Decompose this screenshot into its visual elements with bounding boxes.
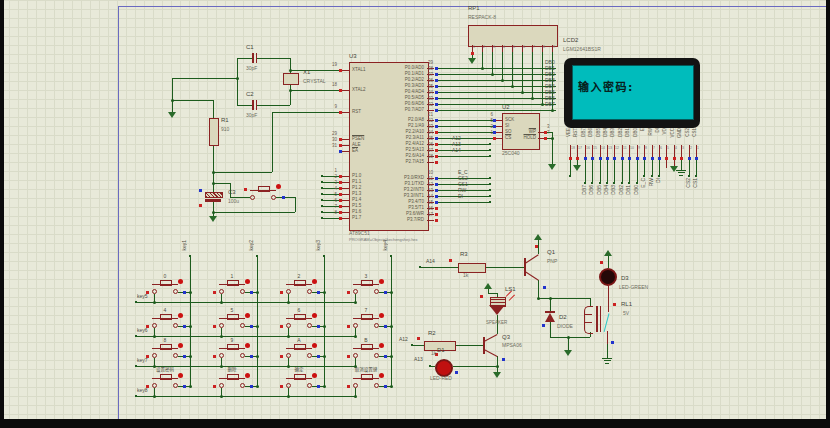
u3-part: AT89C51 bbox=[349, 231, 370, 236]
lcd-pin-name-DB3: DB3 bbox=[611, 128, 616, 137]
wire bbox=[512, 52, 513, 86]
keypad-button-确定[interactable] bbox=[280, 367, 322, 391]
respack-rp1[interactable] bbox=[468, 20, 558, 48]
junction-dot bbox=[220, 301, 223, 304]
wire-end bbox=[489, 143, 492, 146]
u2-pin-number: 2 bbox=[484, 125, 493, 130]
wire bbox=[438, 98, 556, 99]
u3-pin-number: 34 bbox=[428, 91, 433, 96]
u3-pin-stub bbox=[342, 151, 349, 152]
transistor-q1[interactable] bbox=[520, 250, 545, 282]
pin-state-red bbox=[480, 295, 483, 298]
keypad-button-6[interactable] bbox=[280, 307, 322, 331]
led-d1[interactable] bbox=[432, 355, 454, 377]
junction-dot bbox=[212, 182, 215, 185]
wire-end bbox=[651, 175, 654, 178]
junction-dot bbox=[551, 109, 554, 112]
u3-pin-number: 31 bbox=[324, 144, 337, 149]
keypad-button-设置密码[interactable] bbox=[146, 367, 188, 391]
pin-state-red bbox=[339, 199, 342, 202]
keypad-button-A[interactable] bbox=[280, 337, 322, 361]
u3-pin-number: 17 bbox=[428, 213, 433, 218]
u3-pin-number: 29 bbox=[324, 132, 337, 137]
keypad-button-删除[interactable] bbox=[213, 367, 255, 391]
net-label-key1: key1 bbox=[182, 240, 187, 251]
u3-pin-number: 6 bbox=[324, 199, 337, 204]
pin-state-blue bbox=[339, 150, 342, 153]
keypad-button-2[interactable] bbox=[280, 273, 322, 297]
u3-pin-stub bbox=[342, 188, 349, 189]
wire bbox=[438, 86, 556, 87]
wire-end bbox=[390, 255, 393, 258]
lcd-pin-number: 7 bbox=[653, 147, 655, 151]
keypad-button-4[interactable] bbox=[146, 307, 188, 331]
wire bbox=[136, 302, 355, 303]
wire bbox=[172, 78, 173, 112]
resistor-r3[interactable] bbox=[455, 258, 487, 272]
keypad-button-9[interactable] bbox=[213, 337, 255, 361]
net-label-lcd-DB0: DB0 bbox=[634, 185, 639, 195]
pin-state-blue bbox=[435, 103, 438, 106]
u3-pin-number: 23 bbox=[428, 125, 433, 130]
keypad-button-3[interactable] bbox=[347, 273, 389, 297]
keypad-button-7[interactable] bbox=[347, 307, 389, 331]
wire bbox=[322, 218, 339, 219]
reset-button[interactable] bbox=[245, 182, 290, 204]
wire bbox=[257, 256, 258, 386]
ls1-part: SPEAKER bbox=[486, 321, 507, 326]
net-label-lcd-DB7: DB7 bbox=[582, 185, 587, 195]
led-d3[interactable] bbox=[595, 264, 617, 286]
mcu-u3[interactable] bbox=[349, 62, 427, 229]
u3-pin-number: 28 bbox=[428, 155, 433, 160]
junction-dot bbox=[189, 355, 192, 358]
d3-part: LED-GREEN bbox=[619, 285, 648, 290]
wire bbox=[585, 160, 586, 183]
u3-pin-number: 1 bbox=[324, 169, 337, 174]
pin-state-red bbox=[339, 111, 342, 114]
speaker-ls1[interactable] bbox=[484, 288, 516, 322]
keypad-button-取消设置键[interactable] bbox=[347, 367, 389, 391]
pin-state-blue bbox=[543, 286, 546, 289]
wire-end bbox=[429, 365, 432, 368]
net-label-lcd-DB4: DB4 bbox=[604, 185, 609, 195]
pin-state-blue bbox=[643, 157, 646, 160]
keypad-button-B[interactable] bbox=[347, 337, 389, 361]
net-label-a13: A13 bbox=[414, 357, 423, 362]
wire bbox=[637, 160, 638, 183]
c2-value: 30pF bbox=[246, 113, 257, 118]
lcd-pin-name-VO: VO bbox=[663, 128, 668, 135]
wire-end bbox=[321, 193, 324, 196]
lcd-pin-number: 10 bbox=[630, 147, 634, 151]
wire bbox=[492, 52, 493, 74]
pin-state-red bbox=[435, 161, 438, 164]
keypad-button-0[interactable] bbox=[146, 273, 188, 297]
wire-end bbox=[135, 395, 138, 398]
keypad-button-5[interactable] bbox=[213, 307, 255, 331]
pin-state-blue bbox=[435, 125, 438, 128]
pin-state-red bbox=[339, 217, 342, 220]
junction-dot bbox=[541, 103, 544, 106]
wire bbox=[438, 144, 490, 145]
junction-dot bbox=[171, 99, 174, 102]
junction-dot bbox=[501, 79, 504, 82]
keypad-button-8[interactable] bbox=[146, 337, 188, 361]
wire bbox=[678, 172, 685, 173]
u2-pin-number: 3 bbox=[547, 125, 550, 130]
keypad-button-1[interactable] bbox=[213, 273, 255, 297]
relay-rl1[interactable] bbox=[580, 300, 625, 335]
junction-dot bbox=[551, 137, 554, 140]
wire bbox=[324, 256, 325, 386]
junction-dot bbox=[236, 77, 239, 80]
pin-state-blue bbox=[591, 157, 594, 160]
capacitor-c3[interactable] bbox=[200, 188, 230, 208]
ground-icon bbox=[670, 166, 678, 172]
lcd-pin-name-GND: GND bbox=[678, 128, 683, 138]
u3-program: PROGRAM=Objects\kechengsheji.hex bbox=[349, 238, 418, 242]
pin-state-blue bbox=[435, 85, 438, 88]
wire bbox=[607, 344, 608, 358]
r2-ref: R2 bbox=[428, 330, 436, 336]
u3-pin-number: 8 bbox=[324, 211, 337, 216]
eeprom-u2[interactable] bbox=[500, 108, 542, 153]
d3-lead bbox=[608, 284, 609, 300]
net-label-lcd-DB6: DB6 bbox=[589, 185, 594, 195]
